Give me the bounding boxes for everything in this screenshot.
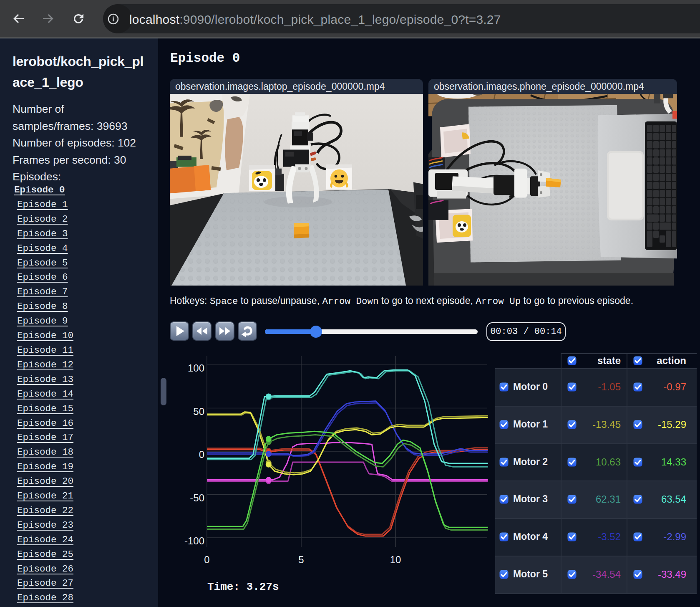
svg-text:100: 100 [188, 362, 204, 374]
svg-text:-50: -50 [190, 492, 204, 503]
svg-text:0: 0 [204, 554, 209, 565]
svg-text:50: 50 [193, 406, 204, 417]
svg-text:-100: -100 [184, 535, 204, 546]
svg-text:0: 0 [199, 449, 204, 460]
svg-text:5: 5 [298, 554, 304, 565]
svg-text:Time: 3.27s: Time: 3.27s [207, 581, 279, 593]
svg-text:10: 10 [390, 554, 401, 565]
